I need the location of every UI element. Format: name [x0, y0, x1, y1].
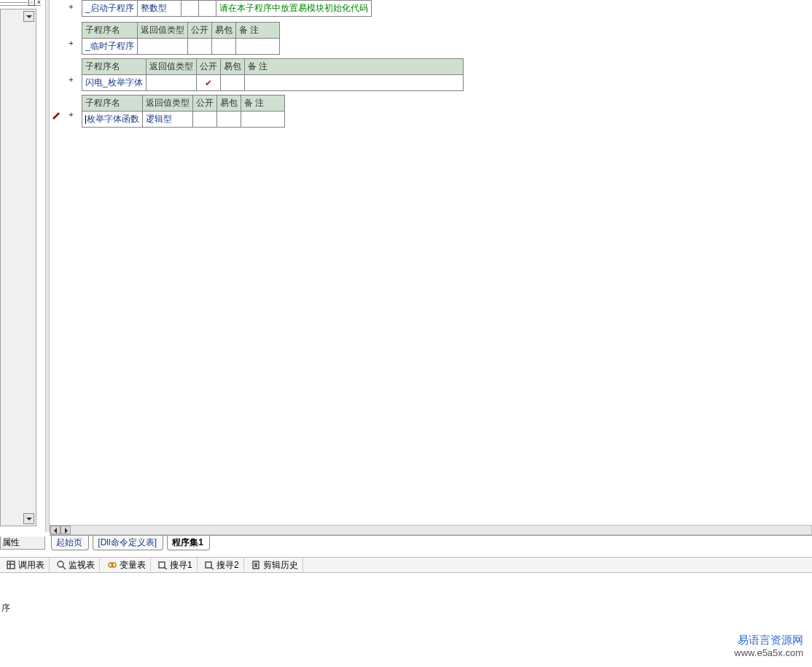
edit-marker-icon — [51, 109, 61, 120]
table-row[interactable]: 闪电_枚举字体 ✔ — [82, 75, 464, 91]
variable-icon — [107, 560, 117, 570]
scroll-right-icon[interactable] — [60, 526, 71, 534]
dropdown-arrow-top-icon[interactable] — [23, 11, 34, 22]
close-icon[interactable]: × — [36, 0, 42, 6]
col-return-type: 返回值类型 — [137, 23, 187, 39]
cell-comment[interactable] — [235, 39, 279, 55]
toolbar-label: 搜寻1 — [170, 559, 192, 572]
cell-name[interactable]: 闪电_枚举字体 — [82, 75, 147, 91]
cell-name[interactable]: _临时子程序 — [82, 39, 138, 55]
toolbar-label: 监视表 — [69, 559, 95, 572]
col-package: 易包 — [217, 95, 241, 112]
subroutine-table-1[interactable]: _启动子程序 整数型 请在本子程序中放置易模块初始化代码 — [82, 0, 372, 17]
magnifier-icon — [56, 560, 66, 570]
expand-toggle-icon[interactable]: + — [68, 112, 74, 118]
expand-toggle-icon[interactable]: + — [68, 40, 74, 47]
toolbar-search-1[interactable]: 搜寻1 — [153, 558, 198, 572]
toolbar-label: 剪辑历史 — [263, 559, 298, 572]
col-comment: 备 注 — [235, 23, 279, 39]
svg-rect-0 — [7, 561, 15, 569]
table-header-row: 子程序名 返回值类型 公开 易包 备 注 — [82, 23, 280, 39]
col-public: 公开 — [187, 23, 211, 39]
cell-package[interactable] — [217, 112, 241, 128]
cell-return-type[interactable]: 逻辑型 — [143, 112, 193, 128]
cell-comment[interactable] — [241, 112, 285, 128]
svg-rect-5 — [206, 562, 211, 568]
svg-rect-4 — [159, 562, 165, 568]
search-icon — [157, 560, 168, 570]
left-panel-body — [0, 9, 36, 526]
col-name: 子程序名 — [82, 59, 147, 75]
toolbar-label: 变量表 — [120, 559, 146, 572]
table-header-row: 子程序名 返回值类型 公开 易包 备 注 — [82, 95, 285, 112]
cell-return-type[interactable] — [137, 39, 187, 55]
col-public: 公开 — [196, 59, 220, 75]
table-header-row: 子程序名 返回值类型 公开 易包 备 注 — [82, 59, 464, 75]
code-gutter: + + + + — [50, 0, 80, 525]
tab-start-page[interactable]: 起始页 — [51, 536, 89, 550]
toolbar-call-table[interactable]: 调用表 — [1, 558, 50, 572]
col-public: 公开 — [193, 95, 217, 112]
cell-name[interactable]: _启动子程序 — [82, 1, 138, 17]
left-side-panel: ▫ × — [0, 0, 45, 532]
toolbar-clip-history[interactable]: 剪辑历史 — [246, 558, 303, 572]
properties-tab[interactable]: 属性 — [0, 537, 45, 550]
tab-program-set-1[interactable]: 程序集1 — [167, 536, 210, 550]
cell-return-type[interactable]: 整数型 — [137, 1, 181, 17]
col-name: 子程序名 — [82, 95, 143, 112]
subroutine-table-4[interactable]: 子程序名 返回值类型 公开 易包 备 注 枚举字体函数 逻辑型 — [82, 95, 285, 128]
cell-public[interactable]: ✔ — [196, 75, 220, 91]
table-row[interactable]: _启动子程序 整数型 请在本子程序中放置易模块初始化代码 — [82, 1, 372, 17]
col-comment: 备 注 — [241, 95, 285, 112]
pin-icon[interactable]: ▫ — [28, 0, 35, 6]
toolbar-label: 搜寻2 — [216, 559, 239, 572]
table-row[interactable]: 枚举字体函数 逻辑型 — [82, 112, 285, 128]
col-package: 易包 — [211, 23, 235, 39]
call-table-icon — [6, 560, 16, 570]
toolbar-label: 调用表 — [18, 559, 44, 572]
svg-point-1 — [58, 561, 63, 567]
cell-name[interactable]: 枚举字体函数 — [82, 112, 143, 128]
bottom-toolbar: 调用表 监视表 变量表 搜寻1 搜寻2 剪辑历史 — [0, 557, 812, 573]
cell-return-type[interactable] — [146, 75, 196, 91]
subroutine-table-3[interactable]: 子程序名 返回值类型 公开 易包 备 注 闪电_枚举字体 ✔ — [82, 58, 464, 91]
cell-comment[interactable] — [244, 75, 463, 91]
col-return-type: 返回值类型 — [143, 95, 193, 112]
col-name: 子程序名 — [82, 23, 138, 39]
toolbar-variable-table[interactable]: 变量表 — [103, 558, 151, 572]
cell-public[interactable] — [187, 39, 211, 55]
cell-comment[interactable]: 请在本子程序中放置易模块初始化代码 — [216, 1, 371, 17]
watermark: 易语言资源网 www.e5a5x.com — [734, 633, 803, 658]
table-row[interactable]: _临时子程序 — [82, 39, 280, 55]
scroll-left-icon[interactable] — [50, 526, 60, 534]
document-tabs: 起始页 [Dll命令定义表] 程序集1 — [50, 535, 812, 550]
horizontal-scrollbar[interactable] — [50, 525, 812, 535]
cell-package[interactable] — [220, 75, 244, 91]
expand-toggle-icon[interactable]: + — [68, 77, 74, 83]
expand-toggle-icon[interactable]: + — [68, 4, 74, 10]
status-bar: 序 — [0, 602, 812, 615]
cell-package[interactable] — [211, 39, 235, 55]
svg-point-3 — [112, 563, 116, 567]
cell-public[interactable] — [181, 1, 198, 17]
col-comment: 备 注 — [244, 59, 463, 75]
subroutine-table-2[interactable]: 子程序名 返回值类型 公开 易包 备 注 _临时子程序 — [82, 22, 280, 55]
watermark-url: www.e5a5x.com — [734, 647, 803, 658]
dropdown-arrow-bottom-icon[interactable] — [23, 513, 34, 524]
toolbar-watch-table[interactable]: 监视表 — [52, 558, 100, 572]
code-editor-area[interactable]: _启动子程序 整数型 请在本子程序中放置易模块初始化代码 子程序名 返回值类型 … — [80, 0, 812, 525]
clipboard-icon — [251, 560, 261, 570]
tab-dll-command-def[interactable]: [Dll命令定义表] — [93, 536, 163, 550]
col-package: 易包 — [220, 59, 244, 75]
watermark-title: 易语言资源网 — [734, 633, 803, 647]
left-panel-header: ▫ × — [0, 0, 41, 6]
toolbar-search-2[interactable]: 搜寻2 — [200, 558, 244, 572]
cell-public[interactable] — [193, 112, 217, 128]
search-icon — [204, 560, 214, 570]
cell-package[interactable] — [198, 1, 216, 17]
col-return-type: 返回值类型 — [146, 59, 196, 75]
